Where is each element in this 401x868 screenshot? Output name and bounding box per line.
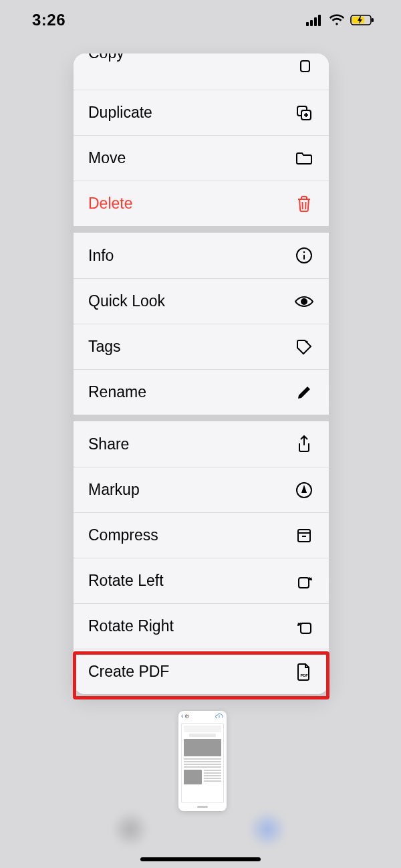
svg-rect-0	[306, 22, 309, 26]
svg-text:PDF: PDF	[301, 673, 309, 677]
menu-item-tags[interactable]: Tags	[74, 324, 329, 369]
status-time: 3:26	[32, 11, 65, 29]
menu-item-label: Rotate Left	[88, 572, 164, 590]
status-bar: 3:26	[0, 0, 401, 40]
back-chevron-icon: ‹	[181, 713, 183, 720]
menu-item-markup[interactable]: Markup	[74, 467, 329, 512]
cloud-icon	[215, 711, 224, 722]
eye-icon	[294, 292, 314, 312]
svg-point-27	[219, 715, 220, 716]
duplicate-icon	[294, 103, 314, 123]
menu-item-label: Delete	[88, 195, 132, 213]
file-preview-thumbnail[interactable]: ‹ ⚙	[178, 711, 227, 811]
menu-item-rotate-left[interactable]: Rotate Left	[74, 558, 329, 603]
menu-item-label: Rename	[88, 383, 146, 401]
menu-item-label: Quick Look	[88, 292, 165, 310]
rotate-left-icon	[294, 571, 314, 591]
menu-item-move[interactable]: Move	[74, 135, 329, 181]
svg-rect-3	[318, 15, 321, 26]
pdf-file-icon: PDF	[294, 662, 314, 682]
svg-rect-23	[299, 578, 309, 588]
menu-item-rotate-right[interactable]: Rotate Right	[74, 603, 329, 649]
menu-item-share[interactable]: Share	[74, 421, 329, 467]
svg-rect-5	[372, 18, 374, 22]
menu-item-quicklook[interactable]: Quick Look	[74, 278, 329, 324]
menu-item-label: Duplicate	[88, 104, 152, 122]
menu-separator	[74, 226, 329, 233]
markup-icon	[294, 480, 314, 500]
svg-rect-24	[301, 623, 311, 633]
context-menu: Copy Duplicate Move Delete	[74, 53, 329, 694]
menu-separator	[74, 415, 329, 421]
svg-point-15	[303, 251, 305, 253]
cellular-icon	[306, 14, 323, 26]
svg-point-18	[305, 340, 307, 342]
menu-item-label: Move	[88, 149, 126, 167]
status-icons	[306, 14, 374, 26]
tag-icon	[294, 337, 314, 357]
menu-item-label: Compress	[88, 526, 158, 544]
svg-point-17	[301, 299, 307, 304]
share-icon	[294, 434, 314, 454]
menu-item-rename[interactable]: Rename	[74, 369, 329, 415]
menu-item-info[interactable]: Info	[74, 233, 329, 278]
menu-item-label: Create PDF	[88, 663, 169, 681]
info-icon	[294, 245, 314, 265]
menu-item-label: Rotate Right	[88, 617, 174, 635]
menu-item-duplicate[interactable]: Duplicate	[74, 90, 329, 135]
menu-item-create-pdf[interactable]: Create PDF PDF	[74, 649, 329, 694]
menu-item-label: Markup	[88, 481, 140, 499]
gear-icon: ⚙	[184, 714, 189, 720]
menu-item-label: Tags	[88, 338, 121, 356]
menu-item-label: Info	[88, 247, 114, 265]
home-indicator[interactable]	[140, 857, 261, 861]
folder-icon	[294, 148, 314, 169]
battery-charging-icon	[350, 14, 374, 26]
menu-item-compress[interactable]: Compress	[74, 512, 329, 558]
menu-item-label: Share	[88, 435, 129, 453]
svg-rect-7	[301, 61, 309, 72]
svg-rect-2	[314, 17, 317, 26]
trash-icon	[294, 194, 314, 214]
pencil-icon	[294, 383, 314, 403]
archive-icon	[294, 526, 314, 546]
copy-icon	[294, 58, 314, 78]
wifi-icon	[329, 14, 345, 26]
menu-item-copy[interactable]: Copy	[74, 53, 329, 90]
menu-item-delete[interactable]: Delete	[74, 181, 329, 226]
svg-rect-1	[310, 20, 313, 26]
rotate-right-icon	[294, 617, 314, 637]
menu-item-label: Copy	[88, 53, 124, 62]
